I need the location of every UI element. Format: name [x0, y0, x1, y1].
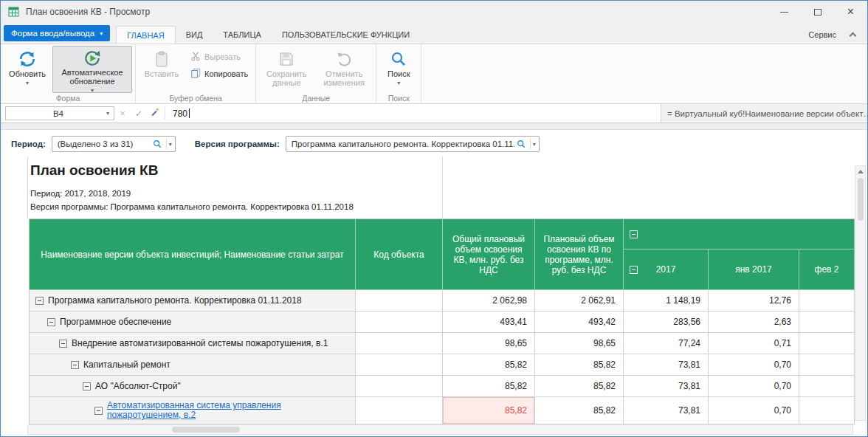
- row-label: Программа капитального ремонта. Корректи…: [48, 296, 349, 306]
- value-cell[interactable]: 98,65: [535, 333, 624, 354]
- object-code-cell[interactable]: [356, 333, 443, 354]
- row-name-cell[interactable]: Автоматизированная система управления по…: [30, 397, 356, 424]
- auto-refresh-button[interactable]: Автоматическое обновление ▾: [52, 46, 132, 93]
- value-cell[interactable]: 2 062,91: [535, 290, 624, 312]
- object-code-cell[interactable]: [356, 397, 443, 424]
- value-cell[interactable]: 98,65: [443, 333, 535, 354]
- object-code-cell[interactable]: [356, 376, 443, 397]
- header-year-2017[interactable]: 2017: [624, 250, 709, 290]
- minimize-button[interactable]: [768, 1, 801, 23]
- refresh-label: Обновить: [9, 69, 46, 78]
- cancel-edit-button[interactable]: ×: [114, 104, 131, 123]
- header-name-column[interactable]: Наименование версии объекта инвестиций; …: [30, 219, 356, 290]
- value-cell[interactable]: 85,82: [443, 354, 535, 376]
- header-total-volume[interactable]: Общий плановый объем освоения КВ, млн. р…: [443, 219, 535, 290]
- save-data-button[interactable]: Сохранить данные: [259, 46, 314, 93]
- value-cell[interactable]: [799, 290, 855, 312]
- value-cell[interactable]: 0,70: [709, 376, 799, 397]
- collapse-icon[interactable]: [94, 407, 103, 415]
- servis-menu[interactable]: Сервис: [801, 26, 844, 44]
- horizontal-scrollbar[interactable]: [27, 424, 853, 435]
- value-cell[interactable]: [799, 376, 855, 397]
- value-cell[interactable]: 85,82: [535, 397, 624, 424]
- value-cell[interactable]: 0,70: [709, 397, 799, 424]
- collapse-icon[interactable]: [630, 266, 638, 274]
- collapse-icon[interactable]: [59, 340, 67, 348]
- undo-changes-button[interactable]: Отменить изменения: [315, 46, 373, 93]
- tab-vid[interactable]: ВИД: [176, 26, 213, 44]
- value-cell[interactable]: 0,71: [709, 333, 799, 354]
- object-code-cell[interactable]: [356, 290, 443, 312]
- value-cell[interactable]: 2,63: [709, 312, 799, 333]
- header-program-volume[interactable]: Плановый объем освоения КВ по программе,…: [535, 219, 624, 290]
- collapse-ribbon-button[interactable]: [844, 26, 861, 44]
- value-cell[interactable]: [799, 354, 855, 376]
- value-cell[interactable]: 73,81: [624, 376, 709, 397]
- value-cell[interactable]: [799, 333, 855, 354]
- value-cell[interactable]: 77,24: [624, 333, 709, 354]
- version-filter-combo[interactable]: Программа капитального ремонта. Корректи…: [286, 136, 540, 152]
- tab-glavnaya[interactable]: ГЛАВНАЯ: [116, 26, 175, 44]
- value-cell[interactable]: 493,41: [443, 312, 535, 333]
- vertical-scrollbar-thumb[interactable]: [858, 178, 864, 221]
- auto-refresh-icon: [83, 49, 102, 68]
- filter-bar: Период: (Выделено 3 из 31) ▾ Версия прог…: [1, 134, 867, 154]
- value-cell[interactable]: 2 062,98: [443, 290, 535, 312]
- search-icon: [153, 140, 162, 148]
- value-cell[interactable]: 493,42: [535, 312, 624, 333]
- tab-tablitsa[interactable]: ТАБЛИЦА: [213, 26, 272, 44]
- table-row: АО "Абсолют-Строй"85,8285,8273,810,70: [30, 376, 855, 397]
- vertical-scrollbar[interactable]: [855, 165, 866, 421]
- value-cell[interactable]: 85,82: [535, 354, 624, 376]
- header-jan-2017[interactable]: янв 2017: [709, 250, 799, 290]
- value-cell[interactable]: 283,56: [624, 312, 709, 333]
- value-cell[interactable]: [799, 312, 855, 333]
- close-button[interactable]: ×: [834, 1, 867, 23]
- collapse-icon[interactable]: [47, 318, 55, 326]
- paste-label: Вставить: [145, 69, 179, 78]
- confirm-edit-button[interactable]: ✓: [131, 104, 147, 123]
- collapse-icon[interactable]: [630, 230, 638, 238]
- search-button[interactable]: Поиск ▾: [379, 46, 418, 93]
- cell-reference: B4: [10, 109, 106, 118]
- header-feb-2017[interactable]: фев 2: [799, 250, 855, 290]
- year-group-band[interactable]: [624, 219, 855, 250]
- collapse-icon[interactable]: [35, 297, 44, 305]
- cut-button[interactable]: Вырезать: [186, 50, 252, 63]
- value-cell[interactable]: 85,82: [443, 397, 535, 424]
- value-cell[interactable]: 85,82: [535, 376, 624, 397]
- io-form-menu-button[interactable]: Форма ввода/вывода ▾: [4, 25, 110, 41]
- value-cell[interactable]: [799, 397, 855, 424]
- row-name-cell[interactable]: Программное обеспечение: [30, 312, 356, 333]
- row-name-cell[interactable]: АО "Абсолют-Строй": [30, 376, 356, 397]
- table-header: Наименование версии объекта инвестиций; …: [30, 219, 855, 290]
- value-cell[interactable]: 73,81: [624, 354, 709, 376]
- tab-polzovatelskie-funktsii[interactable]: ПОЛЬЗОВАТЕЛЬСКИЕ ФУНКЦИИ: [272, 26, 420, 44]
- value-cell[interactable]: 85,82: [443, 376, 535, 397]
- divider: [166, 139, 167, 149]
- collapse-icon[interactable]: [71, 361, 79, 369]
- value-cell[interactable]: 12,76: [709, 290, 799, 312]
- row-name-cell[interactable]: Внедрение автоматизированной системы пож…: [30, 333, 356, 354]
- header-object-code[interactable]: Код объекта: [356, 219, 443, 290]
- object-link[interactable]: Автоматизированная система управления по…: [107, 401, 349, 420]
- value-cell[interactable]: 1 148,19: [624, 290, 709, 312]
- period-filter-combo[interactable]: (Выделено 3 из 31) ▾: [52, 136, 176, 152]
- row-name-cell[interactable]: Программа капитального ремонта. Корректи…: [30, 290, 356, 312]
- value-cell[interactable]: 0,70: [709, 354, 799, 376]
- cell-reference-box[interactable]: B4 ▾: [5, 106, 114, 120]
- copy-button[interactable]: Копировать: [186, 67, 252, 80]
- horizontal-scrollbar-thumb[interactable]: [172, 427, 240, 433]
- object-code-cell[interactable]: [356, 312, 443, 333]
- object-code-cell[interactable]: [356, 354, 443, 376]
- formula-input[interactable]: 780: [167, 104, 661, 123]
- row-name-cell[interactable]: Капитальный ремонт: [30, 354, 356, 376]
- grid-line: [442, 156, 443, 218]
- paste-button[interactable]: Вставить: [139, 46, 185, 93]
- refresh-button[interactable]: Обновить ▾: [4, 46, 51, 93]
- maximize-button[interactable]: [801, 1, 834, 23]
- function-wizard-button[interactable]: [147, 104, 163, 123]
- collapse-icon[interactable]: [83, 382, 91, 390]
- value-cell[interactable]: 73,81: [624, 397, 709, 424]
- scroll-up-icon[interactable]: [858, 170, 864, 173]
